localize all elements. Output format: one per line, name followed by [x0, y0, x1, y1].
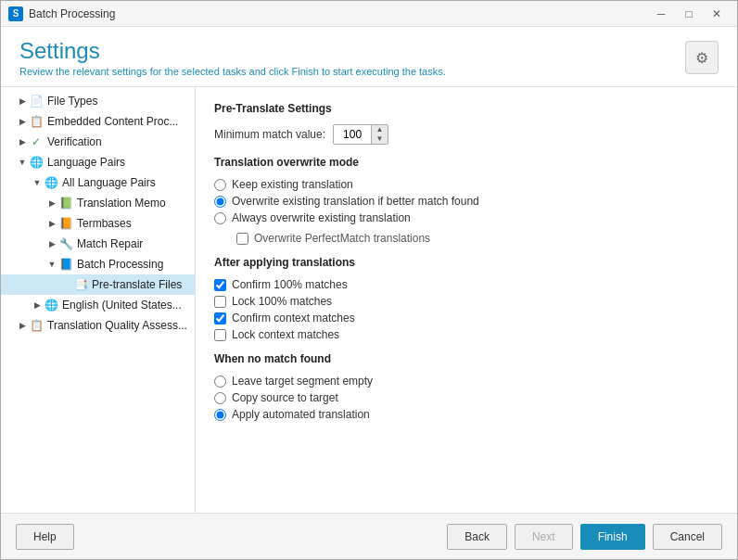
- radio-always-overwrite: Always overwrite existing translation: [214, 211, 719, 224]
- quality-label: Translation Quality Assess...: [47, 319, 187, 332]
- english-us-label: English (United States...: [62, 299, 182, 312]
- minimize-button[interactable]: ─: [648, 5, 674, 23]
- confirm-context-checkbox[interactable]: [214, 312, 226, 325]
- sidebar-item-translation-quality[interactable]: ▶ 📋 Translation Quality Assess...: [1, 315, 195, 336]
- header-section: Settings Review the relevant settings fo…: [1, 27, 737, 87]
- close-button[interactable]: ✕: [704, 5, 730, 23]
- embedded-label: Embedded Content Proc...: [47, 115, 178, 128]
- main-area: ▶ 📄 File Types ▶ 📋 Embedded Content Proc…: [1, 87, 737, 513]
- english-us-icon: 🌐: [44, 298, 58, 312]
- header-left: Settings Review the relevant settings fo…: [19, 38, 446, 77]
- titlebar: S Batch Processing ─ □ ✕: [1, 1, 737, 27]
- sidebar-item-verification[interactable]: ▶ ✓ Verification: [1, 132, 195, 152]
- batch-processing-label: Batch Processing: [77, 258, 163, 271]
- lock-context-label[interactable]: Lock context matches: [232, 328, 339, 341]
- confirm-context-row: Confirm context matches: [214, 312, 719, 325]
- sidebar-item-match-repair[interactable]: ▶ 🔧 Match Repair: [1, 234, 195, 254]
- window-title: Batch Processing: [29, 7, 648, 20]
- pretranslate-title: Pre-Translate Settings: [214, 102, 719, 115]
- window-controls: ─ □ ✕: [648, 5, 730, 23]
- overwrite-better-radio[interactable]: [214, 196, 226, 208]
- expand-icon: [60, 278, 73, 291]
- confirm-100-checkbox[interactable]: [214, 279, 226, 291]
- spinbox-up[interactable]: ▲: [372, 125, 388, 134]
- verification-label: Verification: [47, 135, 102, 148]
- sidebar-item-english-us[interactable]: ▶ 🌐 English (United States...: [1, 295, 195, 315]
- sidebar-item-all-language-pairs[interactable]: ▼ 🌐 All Language Pairs: [1, 172, 195, 193]
- no-match-section: When no match found Leave target segment…: [214, 352, 719, 421]
- footer-right: Back Next Finish Cancel: [447, 524, 722, 550]
- min-match-spinbox: 100 ▲ ▼: [333, 124, 388, 145]
- sidebar-item-pre-translate-files[interactable]: 📑 Pre-translate Files: [1, 274, 195, 295]
- sidebar-item-termbases[interactable]: ▶ 📙 Termbases: [1, 213, 195, 234]
- file-types-icon: 📄: [29, 94, 44, 108]
- keep-existing-label[interactable]: Keep existing translation: [232, 178, 353, 191]
- main-window: S Batch Processing ─ □ ✕ Settings Review…: [0, 0, 738, 560]
- confirm-context-label[interactable]: Confirm context matches: [232, 312, 355, 325]
- language-pairs-label: Language Pairs: [47, 156, 125, 169]
- quality-icon: 📋: [29, 318, 44, 333]
- copy-source-radio[interactable]: [214, 392, 226, 404]
- apply-automated-radio[interactable]: [214, 409, 226, 421]
- overwrite-radio-group: Keep existing translation Overwrite exis…: [214, 178, 719, 224]
- lock-context-checkbox[interactable]: [214, 329, 226, 341]
- batch-processing-icon: 📘: [58, 257, 73, 272]
- min-match-input[interactable]: 100: [334, 126, 371, 143]
- expand-icon: ▶: [16, 319, 29, 332]
- expand-icon: ▶: [16, 115, 29, 128]
- no-match-radio-group: Leave target segment empty Copy source t…: [214, 375, 719, 421]
- always-overwrite-label[interactable]: Always overwrite existing translation: [232, 211, 411, 224]
- file-types-label: File Types: [47, 95, 97, 108]
- min-match-label: Minimum match value:: [214, 128, 325, 141]
- all-lang-pairs-label: All Language Pairs: [62, 176, 156, 189]
- subtitle-text-after: to start executing the tasks.: [319, 66, 446, 77]
- sidebar-item-embedded-content[interactable]: ▶ 📋 Embedded Content Proc...: [1, 111, 195, 132]
- radio-copy-source: Copy source to target: [214, 391, 719, 404]
- lock-100-label[interactable]: Lock 100% matches: [232, 295, 332, 308]
- right-panel: Pre-Translate Settings Minimum match val…: [196, 87, 737, 513]
- lock-context-row: Lock context matches: [214, 328, 719, 341]
- header-subtitle: Review the relevant settings for the sel…: [19, 66, 446, 77]
- no-match-title: When no match found: [214, 352, 719, 365]
- overwrite-perfectmatch-checkbox[interactable]: [236, 233, 248, 245]
- sidebar-item-file-types[interactable]: ▶ 📄 File Types: [1, 91, 195, 111]
- footer: Help Back Next Finish Cancel: [1, 513, 737, 559]
- radio-apply-automated: Apply automated translation: [214, 408, 719, 421]
- lock-100-checkbox[interactable]: [214, 296, 226, 308]
- confirm-100-label[interactable]: Confirm 100% matches: [232, 278, 348, 291]
- overwrite-better-label[interactable]: Overwrite existing translation if better…: [232, 195, 479, 208]
- cancel-button[interactable]: Cancel: [653, 524, 722, 550]
- verification-icon: ✓: [29, 134, 44, 149]
- app-icon: S: [8, 6, 23, 21]
- keep-existing-radio[interactable]: [214, 179, 226, 191]
- leave-empty-label[interactable]: Leave target segment empty: [232, 375, 373, 388]
- next-button[interactable]: Next: [515, 524, 573, 550]
- after-applying-checkboxes: Confirm 100% matches Lock 100% matches C…: [214, 278, 719, 341]
- spinbox-down[interactable]: ▼: [372, 134, 388, 144]
- pre-translate-icon: 📑: [73, 277, 88, 292]
- sidebar-item-batch-processing[interactable]: ▼ 📘 Batch Processing: [1, 254, 195, 274]
- always-overwrite-radio[interactable]: [214, 212, 226, 224]
- translation-memo-label: Translation Memo: [77, 197, 166, 210]
- sidebar-item-translation-memo[interactable]: ▶ 📗 Translation Memo: [1, 193, 195, 213]
- apply-automated-label[interactable]: Apply automated translation: [232, 408, 370, 421]
- back-button[interactable]: Back: [447, 524, 507, 550]
- settings-icon: ⚙: [685, 41, 719, 74]
- overwrite-perfectmatch-label[interactable]: Overwrite PerfectMatch translations: [254, 232, 430, 245]
- help-button[interactable]: Help: [16, 524, 74, 550]
- after-applying-title: After applying translations: [214, 256, 719, 269]
- expand-icon: ▼: [45, 258, 58, 271]
- finish-button[interactable]: Finish: [580, 524, 645, 550]
- spinbox-buttons: ▲ ▼: [371, 125, 388, 144]
- expand-icon: ▶: [31, 299, 44, 312]
- sidebar-item-language-pairs[interactable]: ▼ 🌐 Language Pairs: [1, 152, 195, 172]
- subtitle-link: Finish: [291, 66, 318, 77]
- radio-overwrite-better: Overwrite existing translation if better…: [214, 195, 719, 208]
- all-lang-pairs-icon: 🌐: [44, 175, 58, 190]
- match-repair-label: Match Repair: [77, 237, 143, 250]
- translation-memo-icon: 📗: [58, 196, 73, 210]
- copy-source-label[interactable]: Copy source to target: [232, 391, 338, 404]
- maximize-button[interactable]: □: [676, 5, 702, 23]
- overwrite-section: Translation overwrite mode Keep existing…: [214, 156, 719, 245]
- leave-empty-radio[interactable]: [214, 375, 226, 388]
